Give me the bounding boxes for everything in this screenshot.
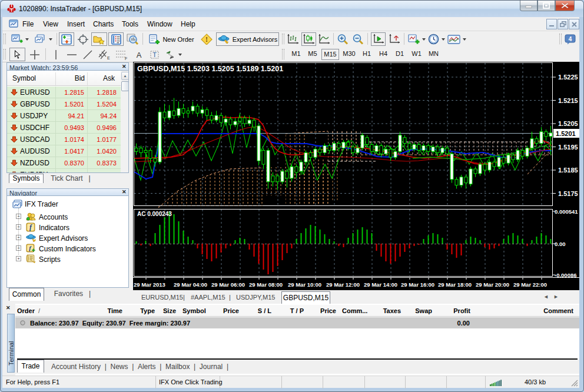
svg-text:29 Mar 20:00: 29 Mar 20:00 — [476, 281, 509, 288]
svg-text:0.00: 0.00 — [555, 241, 566, 247]
svg-text:29 Mar 04:00: 29 Mar 04:00 — [174, 281, 207, 288]
svg-text:29 Mar 12:00: 29 Mar 12:00 — [326, 281, 360, 288]
svg-text:29 Mar 14:00: 29 Mar 14:00 — [364, 281, 397, 288]
svg-text:1.5201: 1.5201 — [556, 130, 576, 137]
svg-text:E: E — [107, 56, 110, 60]
svg-text:29 Mar 22:00: 29 Mar 22:00 — [513, 281, 547, 288]
svg-text:4: 4 — [568, 35, 572, 42]
svg-text:29 Mar 08:00: 29 Mar 08:00 — [249, 281, 283, 288]
svg-text:0.000541: 0.000541 — [555, 208, 578, 215]
svg-text:AC 0.000243: AC 0.000243 — [137, 211, 172, 217]
svg-text:1.5195: 1.5195 — [558, 144, 578, 151]
svg-text:1.5205: 1.5205 — [558, 120, 578, 127]
svg-text:29 Mar 16:00: 29 Mar 16:00 — [401, 281, 434, 288]
svg-text:F: F — [125, 57, 127, 61]
svg-text:Terminal: Terminal — [8, 341, 15, 366]
svg-text:29 Mar 06:00: 29 Mar 06:00 — [211, 281, 245, 288]
svg-text:GBPUSD,M15 1.5203 1.5205 1.51: GBPUSD,M15 1.5203 1.5205 1.5189 1.5201 — [137, 65, 283, 73]
svg-text:29 Mar 2013: 29 Mar 2013 — [134, 281, 165, 288]
svg-text:29 Mar 18:00: 29 Mar 18:00 — [438, 281, 472, 288]
svg-text:1.5225: 1.5225 — [558, 74, 578, 81]
svg-text:1.5185: 1.5185 — [558, 167, 578, 174]
svg-text:1.5215: 1.5215 — [558, 97, 578, 104]
svg-text:A: A — [136, 51, 141, 59]
svg-text:29 Mar 10:00: 29 Mar 10:00 — [288, 281, 321, 288]
svg-text:T: T — [152, 51, 157, 58]
svg-text:!: ! — [205, 35, 208, 44]
svg-text:1.5175: 1.5175 — [558, 190, 578, 197]
